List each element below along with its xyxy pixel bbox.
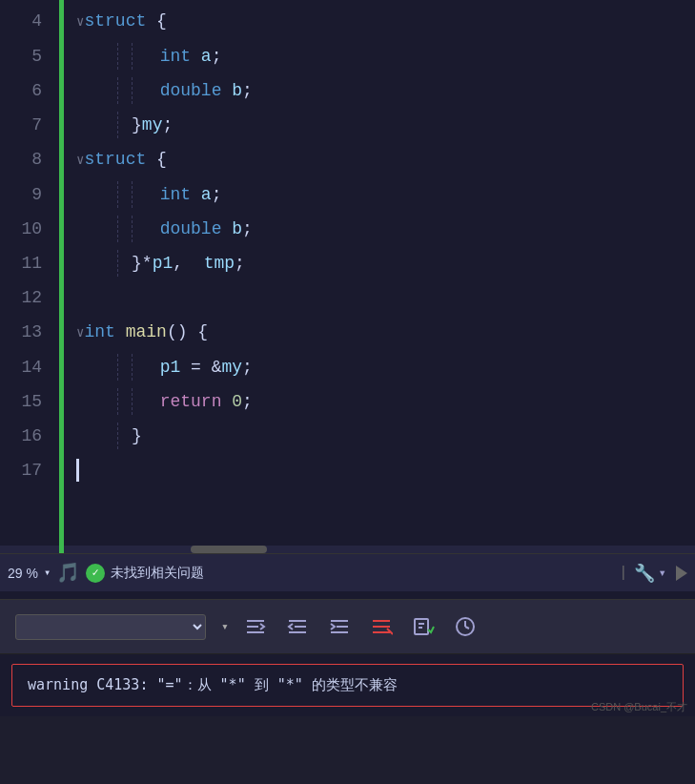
collapse-right-icon[interactable] [676, 566, 687, 581]
line-number-6: 6 [0, 73, 57, 108]
line-content-13: ∨int main() { [57, 315, 208, 350]
line-number-15: 15 [0, 384, 57, 419]
clock-button[interactable] [450, 611, 480, 642]
code-line-16: 16 } [0, 419, 695, 453]
line-number-13: 13 [0, 315, 57, 349]
line-number-4: 4 [0, 4, 57, 38]
line-number-9: 9 [0, 177, 57, 212]
code-line-14: 14 p1 = &my; [0, 350, 695, 384]
line-number-10: 10 [0, 212, 57, 246]
line-content-4: ∨struct { [57, 4, 167, 39]
toolbar: ▾ [0, 599, 695, 654]
code-lines: 4 ∨struct { 5 int a; 6 double b; 7 }my; … [0, 0, 695, 487]
code-line-15: 15 return 0; [0, 384, 695, 419]
warning-area: warning C4133: "="：从 "*" 到 "*" 的类型不兼容 CS… [0, 654, 695, 716]
line-content-16: } [57, 419, 142, 453]
wrench-icon[interactable]: 🔧 [634, 563, 655, 584]
code-line-12: 12 [0, 280, 695, 315]
filter-dropdown[interactable] [15, 614, 206, 640]
line-number-8: 8 [0, 142, 57, 176]
line-content-11: }*p1, tmp; [57, 246, 245, 280]
code-editor: 4 ∨struct { 5 int a; 6 double b; 7 }my; … [0, 0, 695, 553]
spacer [0, 591, 695, 599]
no-issues-icon: ✓ [86, 564, 105, 583]
code-line-4: 4 ∨struct { [0, 4, 695, 39]
code-line-6: 6 double b; [0, 73, 695, 108]
code-line-8: 8 ∨struct { [0, 142, 695, 177]
tools-area: 🔧 ▾ [634, 563, 666, 584]
horizontal-scrollbar[interactable] [0, 546, 695, 553]
code-line-17: 17 [0, 453, 695, 487]
line-number-7: 7 [0, 108, 57, 142]
code-line-11: 11 }*p1, tmp; [0, 246, 695, 280]
tools-dropdown[interactable]: ▾ [659, 565, 666, 581]
code-line-10: 10 double b; [0, 212, 695, 246]
ear-icon[interactable]: 🎵 [56, 561, 80, 585]
indent-button[interactable] [240, 611, 271, 642]
line-number-16: 16 [0, 419, 57, 453]
warning-text: warning C4133: "="：从 "*" 到 "*" 的类型不兼容 [28, 676, 398, 693]
code-line-7: 7 }my; [0, 108, 695, 142]
svg-line-18 [465, 627, 469, 629]
code-line-13: 13 ∨int main() { [0, 315, 695, 350]
code-line-9: 9 int a; [0, 177, 695, 212]
modified-indicator [59, 0, 64, 553]
line-content-6: double b; [57, 73, 253, 108]
line-number-17: 17 [0, 453, 57, 487]
line-number-14: 14 [0, 350, 57, 384]
status-bar: 29 % ▾ 🎵 ✓ 未找到相关问题 | 🔧 ▾ [0, 553, 695, 591]
code-line-5: 5 int a; [0, 39, 695, 73]
status-divider: | [619, 565, 628, 582]
line-content-15: return 0; [57, 384, 253, 419]
indent-right-button[interactable] [324, 611, 355, 642]
line-number-12: 12 [0, 280, 57, 315]
outdent-button[interactable] [282, 611, 313, 642]
line-content-14: p1 = &my; [57, 350, 253, 384]
line-content-7: }my; [57, 108, 173, 142]
warning-message: warning C4133: "="：从 "*" 到 "*" 的类型不兼容 [11, 664, 684, 707]
line-number-5: 5 [0, 39, 57, 73]
autocorrect-button[interactable] [408, 611, 439, 642]
zoom-level: 29 % [8, 566, 38, 581]
remove-errors-button[interactable] [366, 611, 397, 642]
line-content-5: int a; [57, 39, 221, 73]
watermark: CSDN @Bucai_不才 [591, 700, 687, 714]
no-issues-text: 未找到相关问题 [111, 565, 613, 582]
zoom-dropdown[interactable]: ▾ [44, 566, 51, 580]
scroll-thumb[interactable] [191, 546, 267, 553]
line-content-8: ∨struct { [57, 142, 167, 177]
dropdown-arrow[interactable]: ▾ [221, 619, 229, 634]
line-number-11: 11 [0, 246, 57, 280]
line-content-9: int a; [57, 177, 221, 212]
line-content-10: double b; [57, 212, 253, 246]
